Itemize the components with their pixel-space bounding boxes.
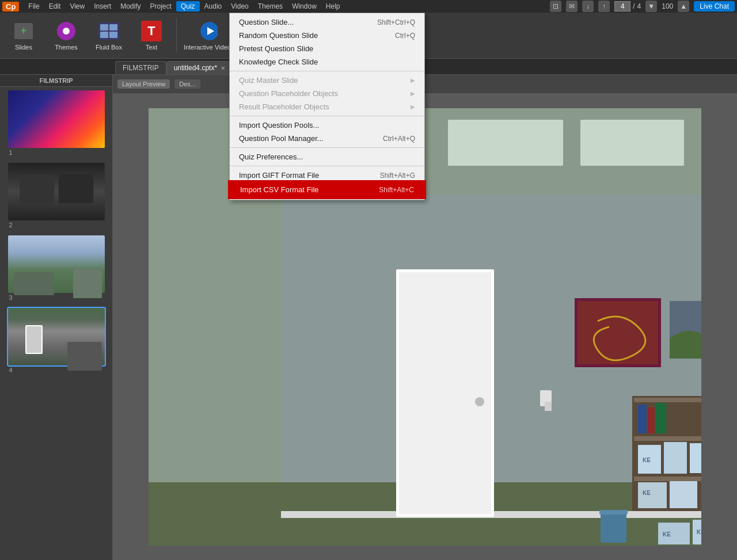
menu-view[interactable]: View (65, 1, 89, 12)
themes-icon (56, 21, 77, 41)
record-icon (245, 20, 266, 43)
close-tab-icon[interactable]: ✕ (221, 65, 225, 71)
svg-point-1 (63, 28, 70, 35)
save-icon-area (295, 21, 316, 41)
svg-rect-17 (580, 120, 684, 166)
svg-rect-5 (252, 21, 260, 33)
tab-file[interactable]: untitled4.cptx* ✕ (166, 61, 233, 74)
save-button[interactable]: Save (286, 15, 326, 56)
save-icon (295, 21, 316, 41)
save-label: Save (298, 44, 313, 51)
svg-text:KE: KE (663, 531, 671, 538)
page-display: / 4 (614, 1, 641, 12)
slide-thumbnail-2 (8, 163, 105, 220)
preview-icon-area (338, 21, 359, 41)
svg-rect-34 (634, 477, 701, 481)
iv-icon-area: ✋ (197, 21, 218, 41)
menu-window[interactable]: Window (287, 1, 321, 12)
layout-preview-button[interactable]: Layout Preview (117, 79, 170, 89)
fluid-box-button[interactable]: Fluid Box (89, 15, 129, 56)
slide-thumb-1[interactable]: 1 (8, 90, 105, 156)
separator-2 (280, 18, 281, 53)
text-button[interactable]: T Text (131, 15, 172, 56)
interactive-video-icon: ✋ (197, 21, 218, 41)
tabs-bar: FILMSTRIP untitled4.cptx* ✕ (0, 59, 737, 75)
publish-arrow-icon (382, 22, 400, 40)
zoom-up[interactable]: ▲ (678, 1, 689, 12)
publish-label: Publish (381, 44, 401, 51)
publish-icon-area (381, 21, 401, 41)
menu-themes[interactable]: Themes (253, 1, 287, 12)
page-current[interactable] (614, 1, 630, 12)
nav-next[interactable]: ↑ (598, 1, 610, 12)
menu-file[interactable]: File (24, 1, 44, 12)
slide-canvas: KE KE KE KE (113, 93, 737, 560)
publish-button[interactable]: Publish (371, 15, 411, 56)
sub-toolbar: Layout Preview Des... (113, 75, 737, 93)
menu-modify[interactable]: Modify (116, 1, 145, 12)
iv-label: Interactive Video (184, 44, 231, 51)
canvas-area: Layout Preview Des... (113, 75, 737, 560)
nav-icon-1[interactable]: ⊡ (550, 1, 561, 12)
separator-1 (176, 18, 177, 53)
nav-icon-2[interactable]: ✉ (566, 1, 578, 12)
menu-edit[interactable]: Edit (44, 1, 66, 12)
svg-rect-33 (634, 436, 701, 441)
themes-icon-area (56, 21, 77, 41)
svg-text:KE: KE (643, 457, 651, 463)
fluid-box-icon-area (98, 21, 119, 41)
svg-rect-23 (399, 272, 491, 514)
design-button[interactable]: Des... (174, 79, 200, 89)
slides-icon-area (13, 21, 34, 41)
fluid-box-icon (98, 22, 119, 40)
themes-label: Themes (55, 44, 78, 51)
svg-rect-37 (656, 403, 666, 433)
slide-number-1: 1 (8, 149, 105, 156)
app-logo: Cp (2, 2, 19, 12)
svg-rect-50 (599, 510, 628, 515)
menu-audio[interactable]: Audio (200, 1, 227, 12)
slide-thumb-3[interactable]: 3 (8, 235, 105, 301)
menu-video[interactable]: Video (226, 1, 253, 12)
svg-rect-36 (648, 407, 655, 433)
menu-insert[interactable]: Insert (89, 1, 116, 12)
menu-quiz[interactable]: Quiz (176, 1, 200, 12)
slides-label: Slides (15, 44, 32, 51)
text-icon: T (141, 21, 162, 41)
svg-text:KE: KE (697, 529, 701, 535)
publish-icon (381, 21, 401, 41)
zoom-down[interactable]: ▼ (645, 1, 657, 12)
live-chat-button[interactable]: Live Chat (694, 1, 735, 12)
main-layout: FILMSTRIP 1 2 (0, 75, 737, 560)
interactive-video-button[interactable]: ✋ Interactive Video (181, 15, 233, 56)
svg-rect-49 (601, 511, 626, 543)
slides-icon (14, 23, 33, 39)
slide-thumb-4[interactable]: 4 (8, 308, 105, 374)
slides-button[interactable]: Slides (3, 15, 44, 56)
svg-marker-12 (385, 25, 397, 37)
svg-rect-35 (638, 405, 647, 433)
tab-filmstrip[interactable]: FILMSTRIP (115, 61, 166, 74)
menu-help[interactable]: Help (321, 1, 345, 12)
slide-thumbnail-1 (8, 90, 105, 148)
svg-rect-10 (302, 22, 306, 26)
main-toolbar: Slides Themes Fluid Box T Text (0, 13, 737, 59)
canvas-inner: KE KE KE KE (149, 108, 701, 546)
slide-number-2: 2 (8, 222, 105, 228)
preview-label: Preview (337, 44, 359, 51)
preview-button[interactable]: Preview (328, 15, 368, 56)
svg-rect-28 (578, 301, 658, 364)
record-button[interactable]: Record (235, 15, 276, 56)
svg-rect-42 (670, 481, 697, 508)
nav-prev[interactable]: ↓ (582, 1, 594, 12)
svg-rect-39 (664, 442, 687, 474)
slide-thumbnail-4 (8, 308, 105, 365)
svg-rect-32 (634, 398, 701, 402)
themes-button[interactable]: Themes (46, 15, 86, 56)
menu-project[interactable]: Project (146, 1, 176, 12)
svg-rect-26 (545, 402, 552, 411)
svg-rect-40 (690, 443, 701, 473)
slide-thumb-2[interactable]: 2 (8, 163, 105, 228)
zoom-level: 100 (662, 2, 673, 10)
menu-bar: Cp File Edit View Insert Modify Project … (0, 0, 737, 13)
